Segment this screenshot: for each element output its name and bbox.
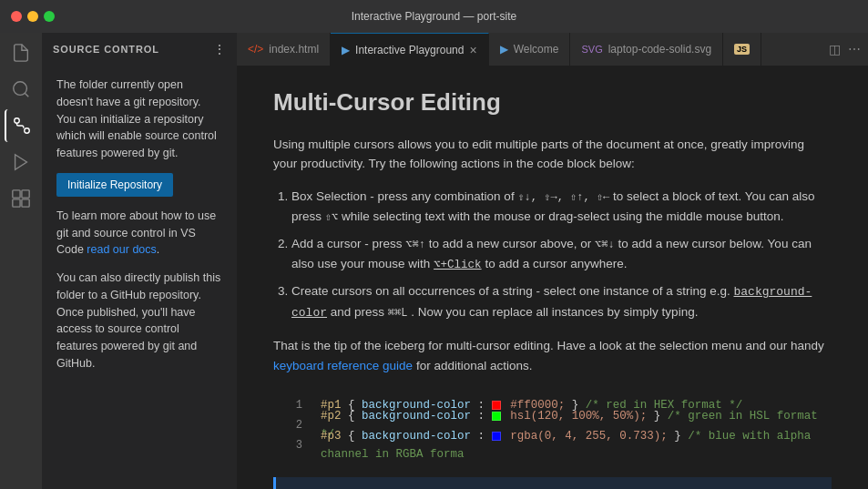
files-activity-icon[interactable] xyxy=(5,36,37,69)
svg-marker-4 xyxy=(15,155,27,170)
more-tabs-button[interactable]: ⋯ xyxy=(848,42,861,56)
page-title: Multi-Cursor Editing xyxy=(273,84,832,122)
code-block: 1 #p1 { background-color : #ff0000; } /*… xyxy=(273,388,832,463)
extensions-activity-icon[interactable] xyxy=(5,182,37,215)
svg-line-1 xyxy=(25,93,28,97)
instructions-list: Box Selection - press any combination of… xyxy=(291,187,832,323)
run-activity-icon[interactable] xyxy=(5,146,37,178)
svg-rect-6 xyxy=(22,190,29,198)
tab-interactive-playground[interactable]: ▶ Interactive Playground × xyxy=(331,33,489,66)
sidebar-text-2-end: . xyxy=(157,243,159,256)
editor-area: </> index.html ▶ Interactive Playground … xyxy=(237,33,868,489)
tab-index-html-label: index.html xyxy=(269,43,319,56)
tab-bar: </> index.html ▶ Interactive Playground … xyxy=(237,33,868,66)
sidebar-paragraph-2: To learn more about how to use git and s… xyxy=(56,208,222,259)
line-number-1: 1 xyxy=(281,397,302,414)
css-tip-box: CSS Tip: you may have noticed in the exa… xyxy=(273,477,832,489)
svg-point-3 xyxy=(15,118,20,124)
tip-paragraph: That is the tip of the iceberg for multi… xyxy=(273,336,832,375)
list-item-1: Box Selection - press any combination of… xyxy=(291,187,832,227)
list-item-2: Add a cursor - press ⌥⌘↑ to add a new cu… xyxy=(291,234,832,274)
sidebar-paragraph-3: You can also directly publish this folde… xyxy=(56,270,222,372)
sidebar: SOURCE CONTROL ⋮ The folder currently op… xyxy=(42,33,237,489)
close-button[interactable] xyxy=(11,11,22,22)
initialize-repository-button[interactable]: Initialize Repository xyxy=(56,173,173,197)
editor-content[interactable]: Multi-Cursor Editing Using multiple curs… xyxy=(237,66,868,489)
split-editor-button[interactable]: ◫ xyxy=(829,42,841,56)
shortcut-cursor-below: ⌥⌘↓ xyxy=(595,239,615,251)
tab-index-html[interactable]: </> index.html xyxy=(237,33,331,66)
sidebar-content: The folder currently open doesn't have a… xyxy=(42,66,237,489)
window-controls xyxy=(11,11,55,22)
svg-rect-8 xyxy=(22,199,29,207)
app-layout: SOURCE CONTROL ⋮ The folder currently op… xyxy=(0,33,868,489)
color-swatch-2 xyxy=(492,412,501,421)
tab-interactive-playground-label: Interactive Playground xyxy=(355,44,464,56)
sidebar-paragraph-1: The folder currently open doesn't have a… xyxy=(56,76,222,162)
search-activity-icon[interactable] xyxy=(5,73,37,106)
js-file-icon: JS xyxy=(734,44,750,55)
keyboard-guide-link[interactable]: keyboard reference guide xyxy=(273,359,413,372)
sidebar-title: SOURCE CONTROL xyxy=(53,44,159,55)
svg-file-icon: SVG xyxy=(581,44,602,55)
title-bar: Interactive Playground — port-site xyxy=(0,0,868,33)
shortcut-shift-alt: ⇧⌥ xyxy=(325,211,338,224)
line-number-3: 3 xyxy=(281,437,302,454)
shortcut-cursor-above: ⌥⌘↑ xyxy=(405,239,425,251)
tab-bar-actions: ◫ ⋯ xyxy=(822,33,868,66)
maximize-button[interactable] xyxy=(44,11,55,22)
intro-paragraph: Using multiple cursors allows you to edi… xyxy=(273,135,832,174)
activity-bar xyxy=(0,33,42,489)
svg-rect-7 xyxy=(13,199,20,207)
tab-svg-label: laptop-code-solid.svg xyxy=(608,43,711,56)
playground-file-icon: ▶ xyxy=(342,44,350,56)
tab-close-playground[interactable]: × xyxy=(469,44,476,56)
shortcut-alt-click: ⌥+Click xyxy=(434,259,482,271)
tab-svg[interactable]: SVG laptop-code-solid.svg xyxy=(570,33,723,66)
list-item-3: Create cursors on all occurrences of a s… xyxy=(291,281,832,323)
svg-point-2 xyxy=(25,128,30,134)
line-number-2: 2 xyxy=(281,417,302,434)
code-line-3: 3 #p3 { background-color : rgba(0, 4, 25… xyxy=(273,435,832,455)
sidebar-header: SOURCE CONTROL ⋮ xyxy=(42,33,237,66)
sidebar-menu-button[interactable]: ⋮ xyxy=(213,42,226,56)
tab-welcome[interactable]: ▶ Welcome xyxy=(489,33,571,66)
window-title: Interactive Playground — port-site xyxy=(352,10,516,23)
minimize-button[interactable] xyxy=(27,11,38,22)
tab-welcome-label: Welcome xyxy=(514,43,559,56)
tab-js[interactable]: JS xyxy=(723,33,761,66)
playground-body: Multi-Cursor Editing Using multiple curs… xyxy=(237,66,868,489)
shortcut-cmd-l: ⌘⌘L xyxy=(388,307,408,320)
html-file-icon: </> xyxy=(248,43,263,56)
code-content-3: #p3 { background-color : rgba(0, 4, 255,… xyxy=(321,427,824,464)
read-docs-link[interactable]: read our docs xyxy=(87,243,156,256)
color-swatch-3 xyxy=(492,432,501,441)
svg-rect-5 xyxy=(13,190,20,198)
shortcut-box-selection: ⇧↓, ⇧→, ⇧↑, ⇧← xyxy=(517,191,609,204)
welcome-file-icon: ▶ xyxy=(500,43,508,56)
svg-point-0 xyxy=(14,82,27,96)
source-control-activity-icon[interactable] xyxy=(5,109,37,142)
